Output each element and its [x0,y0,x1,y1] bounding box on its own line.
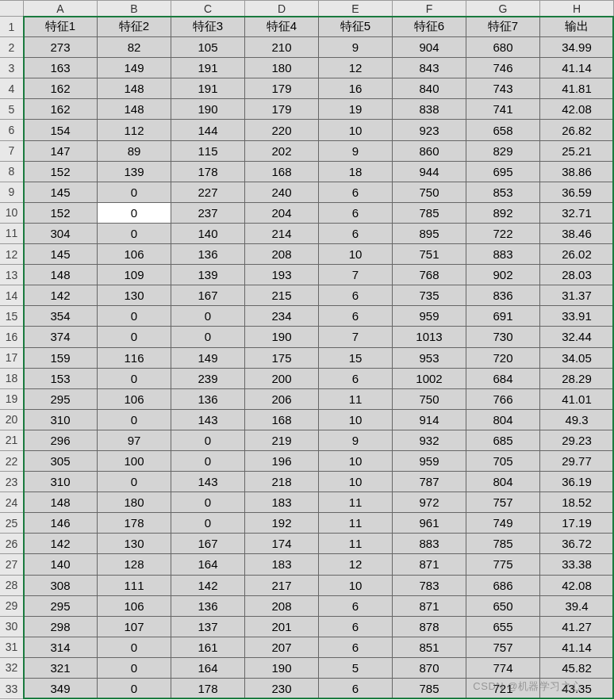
cell-C28[interactable]: 142 [171,576,245,596]
cell-F32[interactable]: 870 [393,658,466,679]
cell-D21[interactable]: 219 [245,430,319,451]
cell-B10[interactable]: 0 [98,203,171,224]
cell-H4[interactable]: 41.81 [540,78,614,99]
cell-G10[interactable]: 892 [466,203,540,224]
cell-B1[interactable]: 特征2 [98,17,171,37]
cell-H21[interactable]: 29.23 [540,430,614,451]
column-header-E[interactable]: E [319,1,393,17]
cell-F26[interactable]: 883 [393,534,466,554]
cell-A23[interactable]: 310 [24,472,98,492]
cell-E22[interactable]: 10 [319,451,393,472]
cell-G22[interactable]: 705 [466,451,540,472]
cell-G33[interactable]: 721 [466,679,540,699]
cell-D5[interactable]: 179 [245,99,319,120]
cell-F7[interactable]: 860 [393,141,466,162]
column-header-B[interactable]: B [98,1,171,17]
cell-F5[interactable]: 838 [393,99,466,120]
cell-B2[interactable]: 82 [98,37,171,58]
cell-F23[interactable]: 787 [393,472,466,492]
cell-G1[interactable]: 特征7 [466,17,540,37]
cell-H32[interactable]: 45.82 [540,658,614,679]
corner-cell[interactable] [0,1,24,17]
column-header-D[interactable]: D [245,1,319,17]
cell-F12[interactable]: 751 [393,244,466,265]
column-header-H[interactable]: H [540,1,614,17]
cell-A15[interactable]: 354 [24,306,98,327]
cell-G8[interactable]: 695 [466,162,540,182]
cell-A17[interactable]: 159 [24,348,98,369]
cell-C25[interactable]: 0 [171,513,245,534]
cell-H31[interactable]: 41.14 [540,637,614,658]
cell-H9[interactable]: 36.59 [540,182,614,203]
cell-C24[interactable]: 0 [171,492,245,513]
cell-D10[interactable]: 204 [245,203,319,224]
cell-E16[interactable]: 7 [319,327,393,347]
cell-C27[interactable]: 164 [171,554,245,575]
cell-C11[interactable]: 140 [171,224,245,244]
cell-H3[interactable]: 41.14 [540,58,614,78]
cell-H18[interactable]: 28.29 [540,369,614,389]
cell-E3[interactable]: 12 [319,58,393,78]
cell-F11[interactable]: 895 [393,224,466,244]
cell-G12[interactable]: 883 [466,244,540,265]
cell-A7[interactable]: 147 [24,141,98,162]
cell-E2[interactable]: 9 [319,37,393,58]
cell-G29[interactable]: 650 [466,596,540,617]
cell-G31[interactable]: 757 [466,637,540,658]
cell-E5[interactable]: 19 [319,99,393,120]
cell-G16[interactable]: 730 [466,327,540,347]
cell-C29[interactable]: 136 [171,596,245,617]
row-header-21[interactable]: 21 [0,430,24,451]
cell-A25[interactable]: 146 [24,513,98,534]
cell-B9[interactable]: 0 [98,182,171,203]
row-header-26[interactable]: 26 [0,534,24,554]
cell-D23[interactable]: 218 [245,472,319,492]
cell-G30[interactable]: 655 [466,617,540,637]
cell-B33[interactable]: 0 [98,679,171,699]
cell-A32[interactable]: 321 [24,658,98,679]
row-header-3[interactable]: 3 [0,58,24,78]
cell-A30[interactable]: 298 [24,617,98,637]
cell-C9[interactable]: 227 [171,182,245,203]
cell-F29[interactable]: 871 [393,596,466,617]
cell-C4[interactable]: 191 [171,78,245,99]
cell-C13[interactable]: 139 [171,265,245,285]
cell-G4[interactable]: 743 [466,78,540,99]
cell-C18[interactable]: 239 [171,369,245,389]
cell-F3[interactable]: 843 [393,58,466,78]
cell-A24[interactable]: 148 [24,492,98,513]
cell-G23[interactable]: 804 [466,472,540,492]
row-header-1[interactable]: 1 [0,17,24,37]
cell-G25[interactable]: 749 [466,513,540,534]
row-header-32[interactable]: 32 [0,658,24,679]
row-header-18[interactable]: 18 [0,369,24,389]
cell-E19[interactable]: 11 [319,389,393,410]
cell-A11[interactable]: 304 [24,224,98,244]
cell-G27[interactable]: 775 [466,554,540,575]
row-header-7[interactable]: 7 [0,141,24,162]
cell-D29[interactable]: 208 [245,596,319,617]
cell-D4[interactable]: 179 [245,78,319,99]
cell-D31[interactable]: 207 [245,637,319,658]
cell-A3[interactable]: 163 [24,58,98,78]
cell-B31[interactable]: 0 [98,637,171,658]
cell-H17[interactable]: 34.05 [540,348,614,369]
cell-B6[interactable]: 112 [98,120,171,140]
cell-H27[interactable]: 33.38 [540,554,614,575]
cell-F20[interactable]: 914 [393,410,466,430]
cell-G19[interactable]: 766 [466,389,540,410]
cell-E7[interactable]: 9 [319,141,393,162]
cell-C32[interactable]: 164 [171,658,245,679]
cell-C26[interactable]: 167 [171,534,245,554]
cell-F8[interactable]: 944 [393,162,466,182]
cell-E24[interactable]: 11 [319,492,393,513]
row-header-5[interactable]: 5 [0,99,24,120]
cell-G13[interactable]: 902 [466,265,540,285]
cell-C23[interactable]: 143 [171,472,245,492]
cell-G17[interactable]: 720 [466,348,540,369]
cell-D6[interactable]: 220 [245,120,319,140]
row-header-11[interactable]: 11 [0,224,24,244]
cell-H5[interactable]: 42.08 [540,99,614,120]
cell-F15[interactable]: 959 [393,306,466,327]
cell-E10[interactable]: 6 [319,203,393,224]
